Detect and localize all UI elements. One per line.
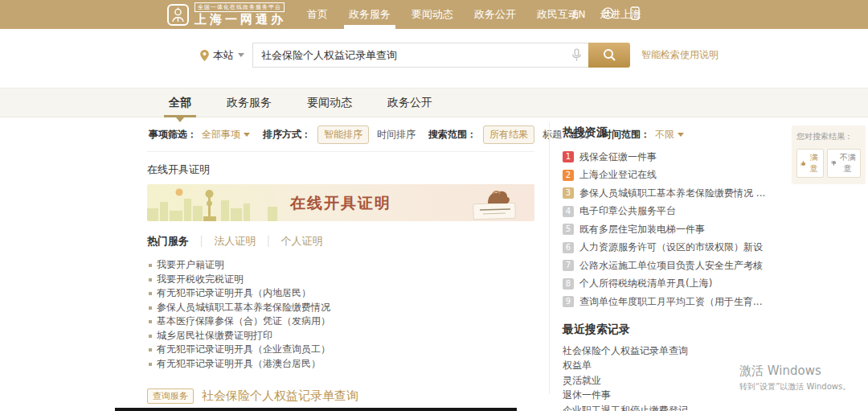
filter-bar: 事项筛选： 全部事项 排序方式： 智能排序 时间排序 搜索范围： 所有结果 标题…	[147, 125, 534, 144]
rank-badge: 5	[563, 224, 574, 235]
filter-item-label: 事项筛选：	[149, 128, 197, 142]
windows-activation-watermark: 激活 Windows 转到“设置”以激活 Windows。	[739, 364, 850, 393]
cert-service-item[interactable]: 有无犯罪记录证明开具（内地居民）	[147, 286, 534, 301]
unsatisfied-button[interactable]: 不满意	[827, 149, 861, 178]
site-logo[interactable]: 全国一体化在线政务服务平台 上海一网通办	[167, 2, 286, 27]
rank-badge: 8	[563, 278, 574, 290]
cert-service-item[interactable]: 我要开税收完税证明	[147, 273, 534, 287]
cert-service-item[interactable]: 有无犯罪记录证明开具（港澳台居民）	[147, 357, 534, 372]
result-type-badge: 查询服务	[147, 388, 194, 404]
cert-tab-legal-person[interactable]: 法人证明	[214, 234, 256, 249]
recent-searches-title: 最近搜索记录	[563, 323, 784, 337]
feedback-label: 您对搜索结果：	[796, 131, 861, 142]
cert-section-heading: 在线开具证明	[147, 162, 534, 177]
tab-gov-services[interactable]: 政务服务	[227, 88, 272, 117]
rank-badge: 1	[563, 151, 574, 162]
recent-search-item[interactable]: 社会保险个人权益记录单查询	[563, 343, 784, 359]
recent-search-item[interactable]: 企业职工退工和停止缴费登记	[563, 403, 784, 411]
scope-title-option[interactable]: 标题	[542, 128, 562, 142]
column-divider	[549, 122, 550, 394]
nav-home[interactable]: 首页	[307, 0, 328, 29]
platform-label: 全国一体化在线政务服务平台	[194, 2, 285, 12]
rank-badge: 2	[563, 170, 574, 181]
cert-tab-hot[interactable]: 热门服务	[147, 234, 189, 249]
cert-service-item[interactable]: 参保人员城镇职工基本养老保险缴费情况	[147, 301, 534, 315]
sort-smart-option[interactable]: 智能排序	[317, 125, 369, 144]
filter-sort-label: 排序方式：	[263, 128, 311, 142]
hot-resource-item[interactable]: 4电子印章公共服务平台	[563, 203, 784, 221]
rank-badge: 4	[563, 206, 574, 217]
feedback-panel: 您对搜索结果： 满意 不满意	[792, 125, 866, 184]
thumb-down-icon	[831, 159, 837, 167]
tab-news[interactable]: 要闻动态	[307, 88, 352, 117]
rank-badge: 9	[563, 296, 574, 307]
cert-service-item[interactable]: 我要开户籍证明	[147, 258, 534, 273]
sort-time-option[interactable]: 时间排序	[377, 128, 416, 142]
hot-resource-item[interactable]: 5既有多层住宅加装电梯一件事	[563, 220, 784, 239]
rank-badge: 7	[563, 260, 574, 271]
filter-item-dropdown[interactable]: 全部事项	[202, 128, 250, 142]
cert-service-item[interactable]: 有无犯罪记录证明开具（企业查询员工）	[147, 343, 534, 357]
search-input[interactable]	[252, 43, 588, 68]
hot-resource-item[interactable]: 8个人所得税纳税清单开具(上海)	[563, 275, 784, 294]
hot-resource-item[interactable]: 3参保人员城镇职工基本养老保险缴费情况 ...	[563, 184, 784, 203]
scope-all-option[interactable]: 所有结果	[483, 125, 534, 144]
hot-resources-list: 1残保金征缴一件事 2上海企业登记在线 3参保人员城镇职工基本养老保险缴费情况 …	[563, 148, 784, 311]
cert-tabs: 热门服务 │ 法人证明 │ 个人证明	[147, 234, 534, 249]
hot-resource-item[interactable]: 7公路水运施工单位项目负责人安全生产考核	[563, 257, 784, 275]
chevron-down-icon	[244, 133, 250, 137]
smart-search-help-link[interactable]: 智能检索使用说明	[641, 48, 719, 62]
hot-resource-item[interactable]: 2上海企业登记在线	[563, 166, 784, 185]
cert-tab-personal[interactable]: 个人证明	[280, 234, 322, 249]
result-title-link[interactable]: 社会保险个人权益记录单查询	[202, 388, 358, 404]
cert-service-list: 我要开户籍证明 我要开税收完税证明 有无犯罪记录证明开具（内地居民） 参保人员城…	[147, 258, 534, 371]
divider: │	[265, 236, 271, 247]
hot-resources-title: 热搜资源	[563, 125, 784, 140]
rank-badge: 3	[563, 187, 574, 199]
nav-open-gov[interactable]: 政务公开	[474, 0, 516, 29]
chevron-down-icon	[238, 53, 244, 57]
hot-resource-item[interactable]: 6人力资源服务许可（设区的市级权限）新设	[563, 239, 784, 257]
search-button[interactable]	[588, 43, 630, 68]
footer-edge	[115, 408, 517, 411]
language-switch[interactable]: EN	[572, 9, 586, 20]
search-zone: 本站 智能检索使用说明 热门搜索： 残保金征缴 灵活就业一件事 无障碍改造	[0, 29, 868, 88]
rank-badge: 6	[563, 242, 574, 253]
cert-service-item[interactable]: 基本医疗保障参保（合）凭证（发病用）	[147, 314, 534, 329]
filter-scope-label: 搜索范围：	[428, 128, 477, 142]
mobile-app-icon[interactable]	[630, 6, 640, 23]
stamp-illustration	[464, 186, 523, 221]
tab-open-gov[interactable]: 政务公开	[387, 88, 432, 117]
nav-news[interactable]: 要闻动态	[411, 0, 453, 29]
satisfied-button[interactable]: 满意	[796, 149, 824, 178]
search-scope-label: 本站	[213, 48, 234, 63]
location-pin-icon	[199, 49, 210, 62]
top-header: 全国一体化在线政务服务平台 上海一网通办 首页 政务服务 要闻动态 政务公开 政…	[0, 0, 868, 29]
cert-banner[interactable]: 在线开具证明	[147, 184, 534, 221]
thumb-up-icon	[800, 159, 806, 167]
voice-search-icon[interactable]	[571, 48, 582, 65]
search-icon	[603, 48, 616, 62]
tab-all[interactable]: 全部	[169, 88, 191, 117]
hot-resource-item[interactable]: 1残保金征缴一件事	[563, 148, 784, 166]
divider	[147, 151, 534, 152]
hot-resource-item[interactable]: 9查询单位年度职工月平均工资（用于生育...	[563, 293, 784, 311]
search-scope-dropdown[interactable]: 本站	[199, 48, 244, 63]
nav-services[interactable]: 政务服务	[349, 0, 391, 29]
mascot-icon	[167, 4, 189, 26]
results-column: 事项筛选： 全部事项 排序方式： 智能排序 时间排序 搜索范围： 所有结果 标题…	[147, 117, 534, 411]
result-category-strip: 全部 政务服务 要闻动态 政务公开	[0, 88, 868, 117]
accessibility-icon[interactable]	[602, 7, 614, 23]
site-name: 上海一网通办	[194, 12, 286, 27]
cert-service-item[interactable]: 城乡居民社保缴费证明打印	[147, 329, 534, 343]
divider: │	[199, 236, 204, 247]
